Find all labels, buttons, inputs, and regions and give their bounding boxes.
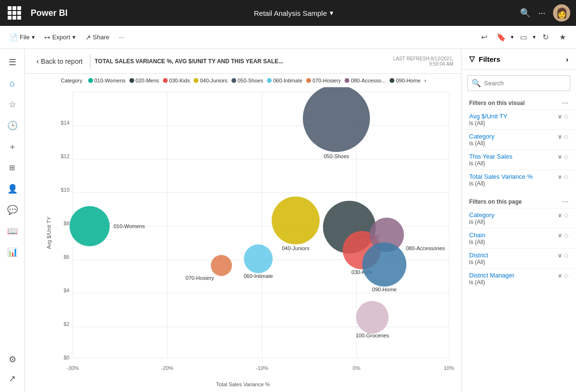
page-filter-header-0: Category ∨ ◇ bbox=[469, 211, 568, 219]
bubble-groceries[interactable] bbox=[356, 301, 389, 334]
filter-expand-0[interactable]: ∨ bbox=[558, 113, 562, 120]
sidebar-item-menu[interactable]: ☰ bbox=[3, 53, 22, 72]
sidebar-item-apps[interactable]: ⊞ bbox=[3, 158, 22, 177]
page-filters-more-icon[interactable]: ··· bbox=[562, 197, 568, 206]
page-filter-item-0: Category ∨ ◇ is (All) bbox=[461, 208, 576, 228]
legend-item-juniors: 040-Juniors bbox=[194, 78, 227, 83]
page-filter-clear-3[interactable]: ◇ bbox=[564, 272, 568, 279]
page-filter-expand-2[interactable]: ∨ bbox=[558, 252, 562, 259]
filter-name-3[interactable]: Total Sales Variance % bbox=[469, 173, 533, 180]
back-to-report-button[interactable]: ‹ Back to report bbox=[33, 55, 86, 68]
export-button[interactable]: ↦ Export ▾ bbox=[41, 32, 80, 43]
svg-text:$0: $0 bbox=[64, 355, 69, 360]
toolbar-more-button[interactable]: ··· bbox=[115, 32, 128, 43]
legend-dot-womens bbox=[88, 78, 93, 83]
bubble-juniors[interactable] bbox=[272, 196, 320, 244]
page-filter-expand-0[interactable]: ∨ bbox=[558, 212, 562, 219]
power-bi-logo: Power BI bbox=[31, 8, 68, 18]
page-filter-clear-0[interactable]: ◇ bbox=[564, 212, 568, 219]
file-button[interactable]: 📄 File ▾ bbox=[6, 32, 39, 43]
search-icon[interactable]: 🔍 bbox=[520, 8, 530, 18]
search-box[interactable]: 🔍 bbox=[467, 75, 570, 91]
sidebar-item-recent[interactable]: 🕒 bbox=[3, 116, 22, 135]
page-filter-name-0[interactable]: Category bbox=[469, 211, 495, 219]
visual-header: ‹ Back to report TOTAL SALES VARIANCE %,… bbox=[25, 49, 461, 74]
filter-expand-3[interactable]: ∨ bbox=[558, 173, 562, 180]
page-filter-value-2: is (All) bbox=[469, 259, 568, 265]
bookmark-button[interactable]: 🔖 bbox=[494, 30, 509, 45]
page-filter-name-3[interactable]: District Manager bbox=[469, 272, 515, 279]
export-chevron-icon: ▾ bbox=[72, 34, 76, 41]
undo-button[interactable]: ↩ bbox=[476, 30, 492, 45]
title-chevron-icon[interactable]: ▾ bbox=[330, 9, 334, 17]
svg-text:$12: $12 bbox=[61, 153, 69, 159]
page-filter-value-0: is (All) bbox=[469, 219, 568, 225]
sidebar-item-home[interactable]: ⌂ bbox=[3, 74, 22, 93]
refresh-button[interactable]: ↻ bbox=[538, 30, 553, 45]
filter-value-3: is (All) bbox=[469, 180, 568, 187]
page-filter-expand-1[interactable]: ∨ bbox=[558, 232, 562, 239]
app-launcher-button[interactable] bbox=[6, 4, 23, 22]
svg-text:$6: $6 bbox=[64, 254, 69, 260]
sidebar-item-metrics[interactable]: 📊 bbox=[3, 242, 22, 262]
filter-value-2: is (All) bbox=[469, 160, 568, 167]
visual-filters-more-icon[interactable]: ··· bbox=[562, 99, 568, 107]
filter-clear-2[interactable]: ◇ bbox=[564, 153, 568, 160]
page-filter-header-1: Chain ∨ ◇ bbox=[469, 231, 568, 239]
sidebar-item-learn[interactable]: 📖 bbox=[3, 221, 22, 241]
legend-dot-mens bbox=[129, 78, 134, 83]
filters-panel: ▽ Filters › 🔍 Filters on this visual ···… bbox=[461, 49, 576, 392]
bookmark-chevron[interactable]: ▾ bbox=[511, 34, 514, 40]
filter-clear-0[interactable]: ◇ bbox=[564, 113, 568, 120]
page-filter-name-2[interactable]: District bbox=[469, 252, 488, 259]
page-filter-header-2: District ∨ ◇ bbox=[469, 252, 568, 259]
legend-item-mens: 020-Mens bbox=[129, 78, 159, 83]
filter-name-1[interactable]: Category bbox=[469, 133, 495, 140]
filters-expand-icon[interactable]: › bbox=[566, 55, 568, 63]
svg-text:-30%: -30% bbox=[67, 365, 79, 371]
share-button[interactable]: ↗ Share bbox=[81, 32, 114, 43]
page-filter-clear-2[interactable]: ◇ bbox=[564, 252, 568, 259]
bubble-intimate[interactable] bbox=[244, 244, 273, 273]
filter-clear-3[interactable]: ◇ bbox=[564, 173, 568, 180]
main-layout: ☰ ⌂ ☆ 🕒 ＋ ⊞ 👤 💬 📖 📊 ⚙ ↗ ‹ Back to report… bbox=[0, 49, 576, 392]
bubble-home[interactable] bbox=[362, 242, 406, 287]
svg-text:010-Womens: 010-Womens bbox=[114, 223, 145, 229]
page-filters-section-header: Filters on this page ··· bbox=[461, 196, 576, 208]
svg-text:$8: $8 bbox=[64, 220, 69, 226]
filter-name-0[interactable]: Avg $/Unit TY bbox=[469, 113, 507, 120]
legend-nav-right[interactable]: › bbox=[425, 78, 426, 83]
sidebar-item-favorites[interactable]: ☆ bbox=[3, 95, 22, 114]
user-avatar[interactable]: 👩 bbox=[553, 4, 570, 22]
sidebar-item-people[interactable]: 👤 bbox=[3, 179, 22, 198]
filter-expand-2[interactable]: ∨ bbox=[558, 153, 562, 160]
y-axis-label: Avg $/Unit TY bbox=[46, 217, 52, 249]
search-input[interactable] bbox=[484, 80, 566, 87]
bubble-hosiery[interactable] bbox=[211, 255, 232, 276]
bubble-womens[interactable] bbox=[69, 206, 110, 246]
sidebar-bottom: ⚙ ↗ bbox=[3, 350, 22, 388]
filter-name-2[interactable]: This Year Sales bbox=[469, 153, 512, 160]
filter-clear-1[interactable]: ◇ bbox=[564, 133, 568, 140]
view-chevron[interactable]: ▾ bbox=[533, 34, 536, 40]
svg-text:080-Accessories: 080-Accessories bbox=[406, 245, 445, 251]
export-icon: ↦ bbox=[45, 34, 50, 41]
svg-text:$10: $10 bbox=[61, 187, 69, 193]
sidebar-item-admin[interactable]: ⚙ bbox=[3, 350, 22, 369]
legend-item-intimate: 060-Intimate bbox=[267, 78, 302, 83]
page-filter-clear-1[interactable]: ◇ bbox=[564, 232, 568, 239]
favorite-button[interactable]: ★ bbox=[555, 30, 570, 45]
sidebar-item-chat[interactable]: 💬 bbox=[3, 200, 22, 219]
more-options-icon[interactable]: ··· bbox=[538, 8, 545, 18]
view-button[interactable]: ▭ bbox=[516, 30, 531, 45]
page-filter-expand-3[interactable]: ∨ bbox=[558, 272, 562, 279]
page-filter-name-1[interactable]: Chain bbox=[469, 231, 485, 239]
bubble-shoes[interactable] bbox=[303, 87, 370, 152]
sidebar-item-external[interactable]: ↗ bbox=[3, 369, 22, 388]
sidebar-item-create[interactable]: ＋ bbox=[3, 137, 22, 156]
filter-expand-1[interactable]: ∨ bbox=[558, 133, 562, 140]
page-filter-item-3: District Manager ∨ ◇ is (All) bbox=[461, 268, 576, 288]
page-filter-item-2: District ∨ ◇ is (All) bbox=[461, 248, 576, 268]
visual-filter-item-0: Avg $/Unit TY ∨ ◇ is (All) bbox=[461, 109, 576, 129]
visual-filter-item-1: Category ∨ ◇ is (All) bbox=[461, 129, 576, 150]
